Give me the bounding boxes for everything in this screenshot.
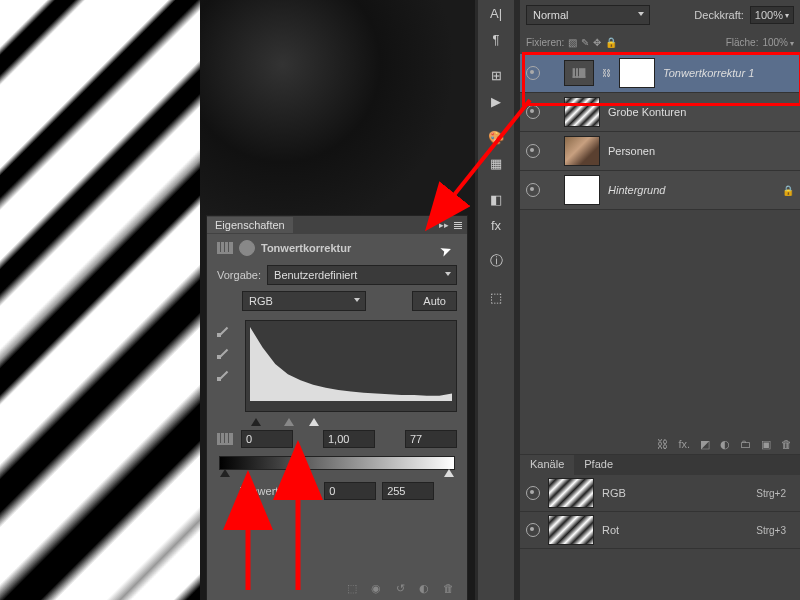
mask-icon[interactable] [239,240,255,256]
paths-tab[interactable]: Pfade [574,455,623,475]
preset-dropdown[interactable]: Benutzerdefiniert [267,265,457,285]
output-black-handle[interactable] [220,469,230,477]
adjustments-panel-icon[interactable]: ◧ [478,186,514,212]
panel-menu-icon[interactable] [451,218,465,232]
properties-tab[interactable]: Eigenschaften [207,217,293,233]
layers-list: ⛓ Tonwertkorrektur 1 Grobe Konturen Pers… [520,54,800,210]
output-white-field[interactable] [382,482,434,500]
layer-visibility-icon[interactable] [526,66,540,80]
channel-thumb [548,515,594,545]
output-levels-gradient[interactable] [219,456,455,470]
play-panel-icon[interactable]: ▶ [478,88,514,114]
channel-visibility-icon[interactable] [526,486,540,500]
channel-dropdown[interactable]: RGB [242,291,366,311]
layer-adjustment-thumb[interactable] [564,60,594,86]
gray-point-eyedropper-icon[interactable] [217,346,231,360]
layer-visibility-icon[interactable] [526,105,540,119]
preset-label: Vorgabe: [217,269,261,281]
input-levels-slider[interactable] [247,418,455,426]
layer-row[interactable]: Grobe Konturen [520,93,800,132]
output-black-field[interactable] [324,482,376,500]
layer-row[interactable]: Hintergrund 🔒 [520,171,800,210]
clip-icon[interactable]: ⬚ [345,581,359,595]
adjustment-footer-icon[interactable]: ◐ [720,438,730,451]
new-footer-icon[interactable]: ▣ [761,438,771,451]
lock-transparent-icon[interactable]: ▧ [568,37,577,48]
opacity-label: Deckkraft: [694,9,744,21]
channel-name: Rot [602,524,619,536]
glyphs-panel-icon[interactable]: ⊞ [478,62,514,88]
opacity-field[interactable]: 100%▾ [750,6,794,24]
channel-visibility-icon[interactable] [526,523,540,537]
auto-button[interactable]: Auto [412,291,457,311]
properties-footer: ⬚ ◉ ↺ ◐ 🗑 [207,577,467,599]
lock-all-icon[interactable]: 🔒 [605,37,617,48]
layer-thumb[interactable] [564,136,600,166]
levels-icon [217,242,233,254]
channel-value: RGB [249,295,273,307]
midtone-handle[interactable] [284,418,294,426]
properties-tabbar: Eigenschaften ▸▸ [207,216,467,234]
link-footer-icon[interactable]: ⛓ [657,438,668,451]
input-black-field[interactable] [241,430,293,448]
image-region-hair [0,0,200,600]
fill-label: Fläche: [726,37,759,48]
layer-mask-thumb[interactable] [619,58,655,88]
swatches-panel-icon[interactable]: 🎨 [478,124,514,150]
channel-row[interactable]: RGB Strg+2 [520,475,800,512]
auto-label: Auto [423,295,446,307]
output-white-handle[interactable] [444,469,454,477]
layer-thumb[interactable] [564,97,600,127]
link-icon: ⛓ [602,68,611,78]
trash-footer-icon[interactable]: 🗑 [781,438,792,451]
channels-tab[interactable]: Kanäle [520,455,574,475]
mask-footer-icon[interactable]: ◩ [700,438,710,451]
channel-shortcut: Strg+3 [756,525,794,536]
properties-panel: Eigenschaften ▸▸ Tonwertkorrektur Vorgab… [206,215,468,600]
group-footer-icon[interactable]: 🗀 [740,438,751,451]
trash-icon[interactable]: 🗑 [441,581,455,595]
input-white-field[interactable] [405,430,457,448]
styles-panel-icon[interactable]: ▦ [478,150,514,176]
layer-row[interactable]: Personen [520,132,800,171]
fill-field[interactable]: 100%▾ [762,37,794,48]
input-gamma-field[interactable] [323,430,375,448]
white-point-handle[interactable] [309,418,319,426]
visibility-icon[interactable]: ◐ [417,581,431,595]
white-point-eyedropper-icon[interactable] [217,368,231,382]
effects-panel-icon[interactable]: fx [478,212,514,238]
blend-mode-dropdown[interactable]: Normal [526,5,650,25]
black-point-handle[interactable] [251,418,261,426]
channel-shortcut: Strg+2 [756,488,794,499]
library-panel-icon[interactable]: ⬚ [478,284,514,310]
info-panel-icon[interactable]: ⓘ [478,248,514,274]
reset-icon[interactable]: ↺ [393,581,407,595]
layer-name[interactable]: Grobe Konturen [608,106,686,118]
lock-position-icon[interactable]: ✥ [593,37,601,48]
lock-icon[interactable]: 🔒 [782,185,794,196]
collapse-panel-icon[interactable]: ▸▸ [437,218,451,232]
levels-small-icon [217,433,233,445]
blend-mode-value: Normal [533,9,568,21]
layer-name[interactable]: Tonwertkorrektur 1 [663,67,754,79]
layer-visibility-icon[interactable] [526,144,540,158]
black-point-eyedropper-icon[interactable] [217,324,231,338]
channels-panel: ⛓ fx. ◩ ◐ 🗀 ▣ 🗑 Kanäle Pfade RGB Strg+2 … [520,435,800,600]
layer-thumb[interactable] [564,175,600,205]
lock-label: Fixieren: [526,37,564,48]
adjustment-title: Tonwertkorrektur [261,242,351,254]
layer-name[interactable]: Hintergrund [608,184,665,196]
layer-visibility-icon[interactable] [526,183,540,197]
paragraph-panel-icon[interactable]: ¶ [478,26,514,52]
preset-value: Benutzerdefiniert [274,269,357,281]
type-panel-icon[interactable]: A| [478,0,514,26]
histogram [245,320,457,412]
view-previous-icon[interactable]: ◉ [369,581,383,595]
fx-footer-icon[interactable]: fx. [678,438,690,451]
layer-name[interactable]: Personen [608,145,655,157]
channel-row[interactable]: Rot Strg+3 [520,512,800,549]
image-region-background [200,0,475,215]
opacity-value: 100% [755,9,783,21]
layer-row[interactable]: ⛓ Tonwertkorrektur 1 [520,54,800,93]
lock-pixels-icon[interactable]: ✎ [581,37,589,48]
